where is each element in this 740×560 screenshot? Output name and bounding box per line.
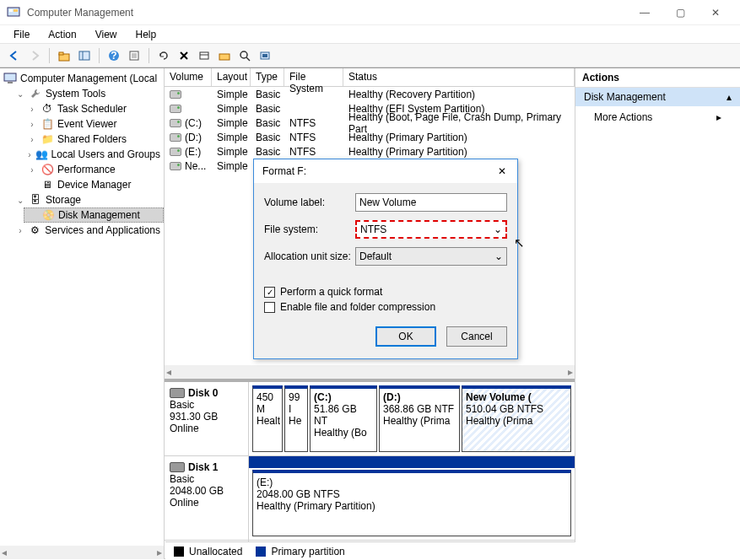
volume-scrollbar[interactable]: ◂▸ bbox=[165, 365, 575, 379]
disk-info[interactable]: Disk 1 Basic 2048.00 GB Online bbox=[165, 456, 249, 540]
performance-icon: 🚫 bbox=[41, 163, 54, 176]
ok-button[interactable]: OK bbox=[375, 326, 436, 347]
expand-icon[interactable]: › bbox=[27, 150, 32, 159]
partition[interactable]: (E:) 2048.00 GB NTFS Healthy (Primary Pa… bbox=[252, 470, 571, 536]
tree-storage[interactable]: ⌄ 🗄 Storage bbox=[12, 192, 164, 207]
close-button[interactable]: ✕ bbox=[698, 0, 733, 25]
compression-checkbox[interactable]: Enable file and folder compression bbox=[264, 301, 507, 313]
tree-performance[interactable]: ›🚫Performance bbox=[24, 162, 164, 177]
volume-type: Basic bbox=[251, 89, 284, 100]
cancel-button[interactable]: Cancel bbox=[446, 326, 507, 347]
tree-label: Event Viewer bbox=[57, 118, 116, 130]
show-hide-tree-button[interactable] bbox=[75, 46, 94, 65]
partition-size: 510.04 GB NTFS bbox=[466, 403, 567, 415]
partition[interactable]: 99 IHe bbox=[284, 385, 308, 452]
collapse-icon[interactable]: ⌄ bbox=[15, 196, 25, 205]
col-status[interactable]: Status bbox=[343, 68, 575, 86]
volume-row[interactable]: (E:)SimpleBasicNTFSHealthy (Primary Part… bbox=[165, 144, 575, 159]
tree-disk-management[interactable]: 📀Disk Management bbox=[24, 207, 164, 223]
svg-rect-15 bbox=[219, 54, 230, 60]
menu-action[interactable]: Action bbox=[40, 27, 84, 42]
expand-icon[interactable]: › bbox=[27, 165, 37, 175]
actions-section-header[interactable]: Disk Management ▴ bbox=[575, 88, 740, 106]
volume-status: Healthy (Recovery Partition) bbox=[343, 89, 575, 100]
svg-rect-20 bbox=[4, 73, 16, 81]
collapse-icon[interactable]: ⌄ bbox=[15, 89, 25, 99]
volume-row[interactable]: (C:)SimpleBasicNTFSHealthy (Boot, Page F… bbox=[165, 116, 575, 130]
tool-icon-1[interactable] bbox=[195, 46, 213, 65]
tree-label: Local Users and Groups bbox=[51, 148, 160, 160]
partition-letter: (D:) bbox=[383, 391, 456, 403]
partition[interactable]: 450 MHealt bbox=[252, 385, 283, 452]
file-system-value: NTFS bbox=[360, 223, 386, 235]
expand-icon[interactable]: › bbox=[27, 105, 37, 114]
quick-format-checkbox[interactable]: ✓ Perform a quick format bbox=[264, 286, 507, 298]
expand-icon[interactable]: › bbox=[27, 120, 37, 129]
tree-label: Performance bbox=[57, 164, 116, 175]
partition-letter: (C:) bbox=[314, 391, 373, 403]
menu-view[interactable]: View bbox=[87, 27, 126, 42]
col-layout[interactable]: Layout bbox=[212, 68, 251, 86]
expand-icon[interactable]: › bbox=[15, 226, 25, 235]
action-more-actions[interactable]: More Actions ▸ bbox=[575, 106, 740, 128]
tree-system-tools[interactable]: ⌄ System Tools bbox=[12, 86, 164, 101]
col-volume[interactable]: Volume bbox=[165, 68, 212, 86]
forward-button[interactable] bbox=[25, 46, 44, 65]
expand-icon[interactable]: › bbox=[27, 135, 37, 144]
tree-task-scheduler[interactable]: ›⏱Task Scheduler bbox=[24, 101, 164, 116]
volume-row[interactable]: SimpleBasicHealthy (Recovery Partition) bbox=[165, 87, 575, 101]
tree-root[interactable]: Computer Management (Local bbox=[0, 71, 164, 86]
menu-file[interactable]: File bbox=[5, 27, 38, 42]
quick-format-label: Perform a quick format bbox=[280, 286, 382, 298]
col-type[interactable]: Type bbox=[251, 68, 284, 86]
disk-type: Basic bbox=[170, 399, 243, 411]
tree-label: Device Manager bbox=[57, 179, 131, 191]
minimize-button[interactable]: — bbox=[627, 0, 662, 25]
partition-size: 99 I bbox=[289, 391, 304, 415]
tree-services[interactable]: › ⚙ Services and Applications bbox=[12, 223, 164, 238]
disk-block: Disk 1 Basic 2048.00 GB Online (E:) 2048… bbox=[165, 456, 575, 541]
dialog-titlebar[interactable]: Format F: ✕ bbox=[254, 159, 517, 183]
volume-label-input[interactable] bbox=[355, 193, 507, 212]
partition-status: Healthy (Bo bbox=[314, 427, 373, 439]
allocation-select[interactable]: Default ⌄ bbox=[355, 247, 507, 266]
dialog-close-button[interactable]: ✕ bbox=[492, 163, 512, 180]
clock-icon: ⏱ bbox=[41, 102, 54, 116]
volume-name: (C:) bbox=[185, 117, 202, 129]
tree-label: Computer Management (Local bbox=[20, 73, 157, 84]
refresh-button[interactable] bbox=[154, 46, 173, 65]
partition[interactable]: New Volume (510.04 GB NTFSHealthy (Prima bbox=[462, 385, 571, 452]
drive-icon bbox=[170, 133, 181, 142]
volume-name: (D:) bbox=[185, 132, 202, 143]
help-button[interactable]: ? bbox=[105, 46, 123, 65]
up-button[interactable] bbox=[55, 46, 73, 65]
tool-icon-2[interactable] bbox=[215, 46, 234, 65]
storage-icon: 🗄 bbox=[29, 193, 42, 207]
menu-help[interactable]: Help bbox=[127, 27, 165, 42]
volume-row[interactable]: (D:)SimpleBasicNTFSHealthy (Primary Part… bbox=[165, 130, 575, 144]
file-system-select[interactable]: NTFS ⌄ bbox=[355, 220, 507, 239]
tree-shared-folders[interactable]: ›📁Shared Folders bbox=[24, 132, 164, 147]
tree-scrollbar[interactable]: ◂▸ bbox=[0, 546, 164, 559]
delete-button[interactable] bbox=[175, 46, 193, 65]
tree-event-viewer[interactable]: ›📋Event Viewer bbox=[24, 116, 164, 132]
navigation-tree: Computer Management (Local ⌄ System Tool… bbox=[0, 68, 165, 559]
maximize-button[interactable]: ▢ bbox=[662, 0, 698, 25]
back-button[interactable] bbox=[5, 46, 24, 65]
tree-label: Task Scheduler bbox=[57, 103, 127, 115]
properties-button[interactable] bbox=[125, 46, 143, 65]
partition[interactable]: (C:)51.86 GB NTHealthy (Bo bbox=[310, 385, 377, 452]
disk-size: 2048.00 GB bbox=[170, 485, 243, 497]
volume-type: Basic bbox=[251, 132, 284, 143]
tree-device-manager[interactable]: 🖥Device Manager bbox=[24, 177, 164, 192]
wrench-icon bbox=[29, 87, 42, 100]
tool-icon-4[interactable] bbox=[256, 46, 274, 65]
tree-local-users[interactable]: ›👥Local Users and Groups bbox=[24, 147, 164, 162]
col-filesystem[interactable]: File System bbox=[284, 68, 343, 86]
disk-map: Disk 0 Basic 931.30 GB Online 450 MHealt… bbox=[165, 379, 575, 559]
tool-icon-3[interactable] bbox=[235, 46, 254, 65]
disk-info[interactable]: Disk 0 Basic 931.30 GB Online bbox=[165, 382, 249, 455]
partition[interactable]: (D:)368.86 GB NTFHealthy (Prima bbox=[379, 385, 460, 452]
drive-icon bbox=[170, 162, 181, 170]
svg-rect-1 bbox=[9, 9, 13, 12]
